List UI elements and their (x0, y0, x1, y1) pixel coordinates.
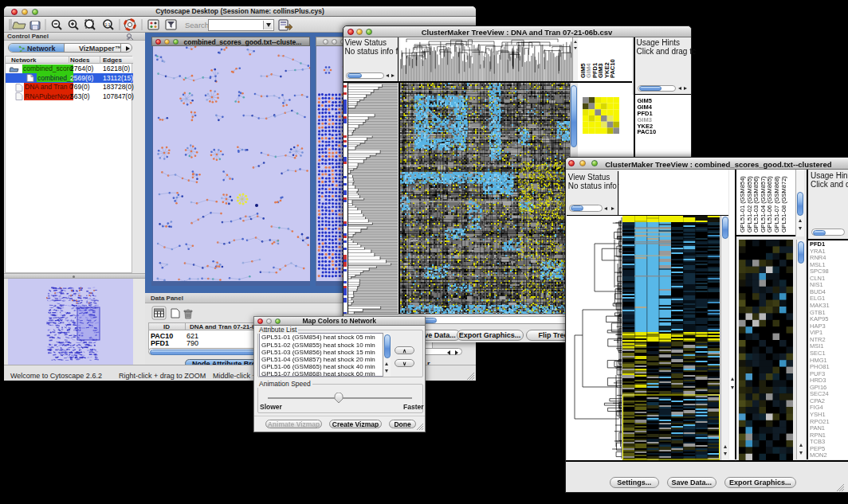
svg-text:1:1: 1:1 (105, 22, 111, 27)
